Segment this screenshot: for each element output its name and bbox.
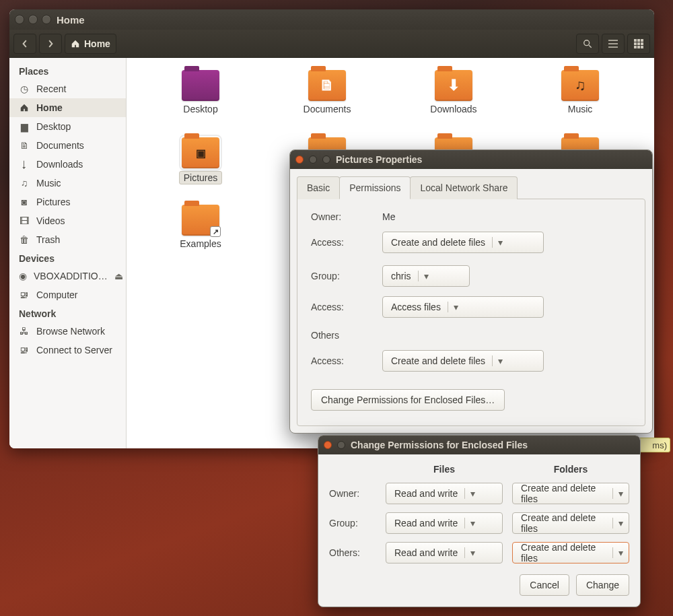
nav-forward-button[interactable] <box>39 34 62 54</box>
combo-value: Read and write <box>394 488 458 499</box>
sidebar-item-label: Pictures <box>36 197 71 207</box>
chevron-right-icon <box>46 40 55 48</box>
sidebar-item-vbox[interactable]: ◉ VBOXADDITIO… ⏏ <box>9 267 126 285</box>
group-combo[interactable]: chris ▾ <box>382 265 470 287</box>
folder-pictures[interactable]: ▣ Pictures <box>140 137 261 205</box>
svg-rect-3 <box>641 39 643 42</box>
tab-basic[interactable]: Basic <box>297 176 340 199</box>
dialog-title: Change Permissions for Enclosed Files <box>351 440 528 450</box>
hamburger-menu-button[interactable] <box>602 34 625 54</box>
folder-label: Desktop <box>183 104 217 114</box>
sidebar-item-recent[interactable]: ◷ Recent <box>9 79 126 98</box>
folder-desktop[interactable]: Desktop <box>140 70 261 137</box>
combo-value: Create and delete files <box>521 512 606 534</box>
folder-documents[interactable]: 🗎 Documents <box>267 70 388 137</box>
sidebar-item-label: Recent <box>36 83 66 94</box>
chevron-down-icon: ▾ <box>464 518 475 528</box>
sidebar-item-computer[interactable]: 🖳 Computer <box>9 285 126 304</box>
chevron-down-icon: ▾ <box>448 302 458 312</box>
window-minimize-button[interactable] <box>28 15 38 24</box>
owner-files-combo[interactable]: Read and write ▾ <box>386 483 503 504</box>
dialog-minimize-button[interactable] <box>309 156 317 164</box>
svg-rect-5 <box>637 42 640 45</box>
search-button[interactable] <box>576 34 599 54</box>
window-close-button[interactable] <box>15 15 24 24</box>
chevron-down-icon: ▾ <box>492 237 503 248</box>
folder-icon: ↗ <box>182 205 219 236</box>
trash-icon: 🗑 <box>19 234 30 245</box>
combo-value: Create and delete files <box>521 542 606 563</box>
sidebar-item-connect-server[interactable]: 🖳 Connect to Server <box>9 341 126 360</box>
owner-access-combo[interactable]: Create and delete files ▾ <box>382 232 544 253</box>
download-icon: ⬇ <box>435 70 472 101</box>
network-icon: 🖧 <box>19 326 30 337</box>
folder-label: Documents <box>304 104 351 114</box>
eject-icon[interactable]: ⏏ <box>114 271 123 281</box>
dialog-close-button[interactable] <box>295 156 304 164</box>
sidebar-item-home[interactable]: Home <box>9 98 126 117</box>
dialog-titlebar[interactable]: Pictures Properties <box>290 150 652 169</box>
others-files-combo[interactable]: Read and write ▾ <box>386 542 503 563</box>
group-row-label: Group: <box>329 518 376 528</box>
change-enclosed-button[interactable]: Change Permissions for Enclosed Files… <box>311 389 505 411</box>
owner-label: Owner: <box>311 211 371 222</box>
owner-folders-combo[interactable]: Create and delete files ▾ <box>512 483 629 504</box>
svg-rect-2 <box>637 39 640 42</box>
tab-share[interactable]: Local Network Share <box>410 176 518 199</box>
chevron-down-icon: ▾ <box>492 355 503 366</box>
sidebar-item-music[interactable]: ♫ Music <box>9 174 126 193</box>
group-access-combo[interactable]: Access files ▾ <box>382 296 544 318</box>
download-icon: ⭣ <box>19 159 30 170</box>
sidebar-item-documents[interactable]: 🗎 Documents <box>9 136 126 155</box>
folder-label: Pictures <box>179 171 223 184</box>
window-titlebar[interactable]: Home <box>9 9 654 30</box>
sidebar-item-label: Trash <box>36 234 60 245</box>
combo-value: chris <box>391 271 411 281</box>
group-folders-combo[interactable]: Create and delete files ▾ <box>512 512 629 534</box>
combo-value: Access files <box>391 302 441 312</box>
dialog-title: Pictures Properties <box>336 154 422 165</box>
sidebar-item-downloads[interactable]: ⭣ Downloads <box>9 155 126 174</box>
others-row-label: Others: <box>329 547 376 558</box>
files-column-header: Files <box>386 464 503 475</box>
window-title: Home <box>57 14 85 26</box>
shortcut-arrow-icon: ↗ <box>210 226 221 237</box>
dialog-maximize-button[interactable] <box>322 156 330 164</box>
dialog-titlebar[interactable]: Change Permissions for Enclosed Files <box>318 436 640 454</box>
sidebar-item-browse-network[interactable]: 🖧 Browse Network <box>9 322 126 341</box>
sidebar-item-videos[interactable]: 🎞 Videos <box>9 211 126 230</box>
group-files-combo[interactable]: Read and write ▾ <box>386 512 503 534</box>
others-folders-combo[interactable]: Create and delete files ▾ <box>512 542 629 563</box>
cancel-button[interactable]: Cancel <box>520 574 569 596</box>
toolbar: Home <box>9 30 654 58</box>
folder-icon: 🗎 <box>308 70 346 101</box>
chevron-down-icon: ▾ <box>612 488 623 499</box>
sidebar-item-label: Music <box>36 178 61 189</box>
sidebar-item-desktop[interactable]: ▆ Desktop <box>9 117 126 136</box>
sidebar-item-pictures[interactable]: ◙ Pictures <box>9 193 126 211</box>
folder-examples[interactable]: ↗ Examples <box>140 205 261 272</box>
change-button[interactable]: Change <box>576 574 629 596</box>
folder-label: Examples <box>180 238 221 249</box>
dialog-maximize-button[interactable] <box>337 441 345 449</box>
folder-music[interactable]: ♫ Music <box>520 70 641 137</box>
window-controls <box>15 15 51 24</box>
dialog-close-button[interactable] <box>324 441 332 449</box>
svg-rect-6 <box>641 42 643 45</box>
folder-downloads[interactable]: ⬇ Downloads <box>393 70 514 137</box>
view-grid-button[interactable] <box>627 34 650 54</box>
window-maximize-button[interactable] <box>42 15 51 24</box>
svg-rect-9 <box>641 46 643 48</box>
owner-row-label: Owner: <box>329 488 376 499</box>
svg-rect-7 <box>634 46 637 48</box>
nav-back-button[interactable] <box>13 34 36 54</box>
computer-icon: 🖳 <box>19 289 30 300</box>
owner-access-label: Access: <box>311 237 371 248</box>
tab-permissions[interactable]: Permissions <box>339 176 411 199</box>
sidebar-item-trash[interactable]: 🗑 Trash <box>9 230 126 249</box>
breadcrumb-home[interactable]: Home <box>65 34 116 54</box>
sidebar-item-label: Desktop <box>36 121 71 132</box>
chevron-left-icon <box>21 40 29 48</box>
others-access-combo[interactable]: Create and delete files ▾ <box>382 350 544 372</box>
clock-icon: ◷ <box>19 83 30 94</box>
